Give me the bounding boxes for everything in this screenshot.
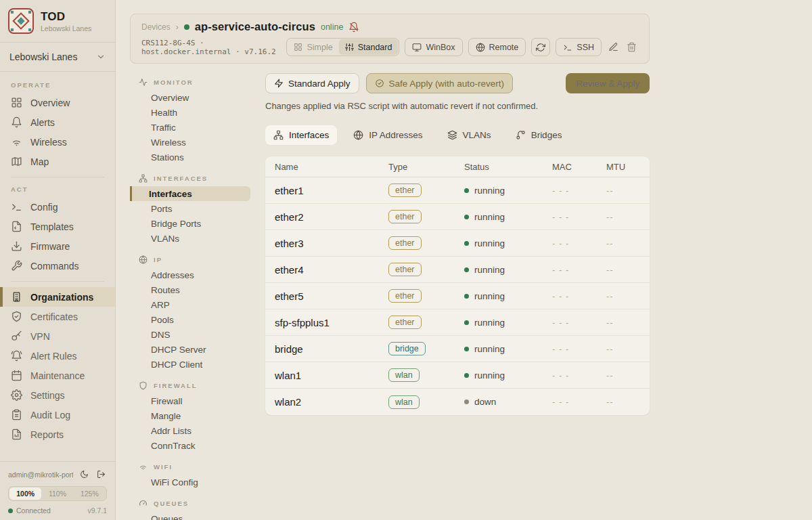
device-nav-item-addresses[interactable]: Addresses	[130, 267, 250, 282]
table-row[interactable]: ether3 ether running - - - --	[265, 230, 650, 257]
sidebar-item-audit-log[interactable]: Audit Log	[0, 405, 115, 425]
sidebar-item-alerts[interactable]: Alerts	[0, 112, 115, 132]
tab-vlans[interactable]: VLANs	[439, 125, 499, 145]
table-row[interactable]: wlan1 wlan running - - - --	[265, 362, 650, 389]
tab-ip-addresses[interactable]: IP Addresses	[345, 125, 430, 145]
status-dot	[464, 373, 469, 378]
status-dot	[464, 399, 469, 404]
device-nav-item-dns[interactable]: DNS	[130, 327, 250, 342]
zoom-option-100[interactable]: 100%	[9, 488, 41, 500]
main-area: Devices › ap-service-auto-circus online …	[116, 0, 812, 520]
device-nav-item-arp[interactable]: ARP	[130, 297, 250, 312]
table-row[interactable]: ether4 ether running - - - --	[265, 257, 650, 283]
logout-button[interactable]	[95, 469, 107, 480]
refresh-icon	[536, 43, 545, 52]
zoom-option-110[interactable]: 110%	[41, 488, 73, 500]
device-nav-item-queues[interactable]: Queues	[130, 511, 250, 520]
table-row[interactable]: wlan2 wlan down - - - --	[265, 389, 650, 415]
view-mode-switch: Simple Standard	[286, 38, 399, 56]
sidebar-item-overview[interactable]: Overview	[0, 93, 115, 112]
org-selector-value: Lebowski Lanes	[9, 51, 77, 62]
zoom-control: 100% 110% 125%	[8, 486, 107, 501]
app-version: v9.7.1	[87, 506, 107, 515]
trash-icon	[627, 42, 637, 52]
table-row[interactable]: ether1 ether running - - - --	[265, 177, 650, 204]
lightning-icon	[274, 79, 284, 88]
device-nav-item-health[interactable]: Health	[130, 105, 250, 120]
notifications-muted-icon[interactable]	[348, 22, 359, 32]
edit-device-button[interactable]	[607, 41, 620, 53]
sidebar-item-templates[interactable]: Templates	[0, 217, 115, 236]
device-nav-item-vlans[interactable]: VLANs	[130, 231, 250, 246]
device-nav-item-dhcp-client[interactable]: DHCP Client	[130, 357, 250, 372]
sidebar-item-certificates[interactable]: Certificates	[0, 307, 115, 326]
device-panel: Standard Apply Safe Apply (with auto-rev…	[265, 73, 650, 520]
sidebar-item-maintenance[interactable]: Maintenance	[0, 366, 115, 385]
org-selector[interactable]: Lebowski Lanes	[0, 43, 115, 72]
table-row[interactable]: ether5 ether running - - - --	[265, 283, 650, 309]
winbox-button[interactable]: WinBox	[405, 38, 462, 56]
device-nav-item-addr-lists[interactable]: Addr Lists	[130, 423, 250, 438]
map-icon	[11, 156, 22, 167]
brand: TOD Lebowski Lanes	[0, 0, 115, 43]
view-mode-standard[interactable]: Standard	[339, 39, 399, 55]
globe-icon	[353, 130, 363, 140]
sidebar-item-commands[interactable]: Commands	[0, 256, 115, 276]
remote-button[interactable]: Remote	[468, 38, 526, 56]
device-nav-item-pools[interactable]: Pools	[130, 312, 250, 327]
sidebar-item-settings[interactable]: Settings	[0, 385, 115, 405]
type-badge: ether	[388, 210, 422, 223]
connection-status-dot	[8, 508, 13, 513]
table-row[interactable]: sfp-sfpplus1 ether running - - - --	[265, 309, 650, 336]
standard-apply-button[interactable]: Standard Apply	[265, 73, 359, 93]
device-nav-item-routes[interactable]: Routes	[130, 282, 250, 297]
sidebar-item-config[interactable]: Config	[0, 197, 115, 217]
table-row[interactable]: ether2 ether running - - - --	[265, 204, 650, 230]
device-nav-item-firewall[interactable]: Firewall	[130, 393, 250, 408]
zoom-option-125[interactable]: 125%	[74, 488, 106, 500]
device-actions: Simple Standard WinBox Remote	[286, 38, 638, 56]
device-nav-item-wifi-config[interactable]: WiFi Config	[130, 475, 250, 490]
ssh-button[interactable]: SSH	[556, 38, 602, 56]
breadcrumb-devices-link[interactable]: Devices	[141, 22, 171, 32]
bell-ring-icon	[11, 350, 22, 362]
device-meta: CRS112-8G-4S · host.docker.internal · v7…	[141, 39, 286, 56]
device-nav-item-dhcp-server[interactable]: DHCP Server	[130, 342, 250, 357]
device-nav-item-conntrack[interactable]: ConnTrack	[130, 438, 250, 453]
file-code-icon	[11, 221, 22, 232]
device-online-dot	[184, 24, 189, 30]
table-row[interactable]: bridge bridge running - - - --	[265, 336, 650, 362]
refresh-button[interactable]	[531, 38, 550, 56]
tab-bridges[interactable]: Bridges	[508, 125, 570, 145]
layers-icon	[447, 130, 457, 140]
view-mode-simple[interactable]: Simple	[288, 39, 338, 55]
device-nav-item-interfaces[interactable]: Interfaces	[130, 186, 250, 201]
sidebar-item-map[interactable]: Map	[0, 152, 115, 171]
review-apply-button[interactable]: Review & Apply	[566, 73, 650, 93]
sidebar-footer: admin@mikrotik-portal.dev 100% 110% 125%…	[0, 461, 115, 520]
divider	[11, 281, 104, 282]
device-nav-item-overview[interactable]: Overview	[130, 90, 250, 105]
device-nav-item-traffic[interactable]: Traffic	[130, 120, 250, 135]
status-dot	[464, 215, 469, 219]
delete-device-button[interactable]	[625, 41, 638, 53]
tab-interfaces[interactable]: Interfaces	[265, 125, 337, 145]
sidebar-item-wireless[interactable]: Wireless	[0, 132, 115, 152]
safe-apply-button[interactable]: Safe Apply (with auto-revert)	[366, 73, 513, 93]
device-nav-item-ports[interactable]: Ports	[130, 201, 250, 216]
breadcrumb-separator: ›	[176, 22, 179, 32]
breadcrumb: Devices › ap-service-auto-circus online	[141, 20, 638, 33]
building-icon	[11, 291, 22, 303]
device-nav-item-mangle[interactable]: Mangle	[130, 408, 250, 423]
dark-mode-toggle[interactable]	[78, 469, 90, 480]
sidebar-item-vpn[interactable]: VPN	[0, 326, 115, 346]
device-nav-item-bridge-ports[interactable]: Bridge Ports	[130, 216, 250, 231]
device-nav-item-stations[interactable]: Stations	[130, 150, 250, 165]
device-nav-item-wireless[interactable]: Wireless	[130, 135, 250, 150]
sidebar-item-alert-rules[interactable]: Alert Rules	[0, 346, 115, 366]
sidebar-item-reports[interactable]: Reports	[0, 425, 115, 444]
chevron-down-icon	[96, 52, 106, 62]
sidebar-item-organizations[interactable]: Organizations	[0, 287, 115, 307]
monitor-icon	[412, 43, 422, 52]
sidebar-item-firmware[interactable]: Firmware	[0, 236, 115, 256]
